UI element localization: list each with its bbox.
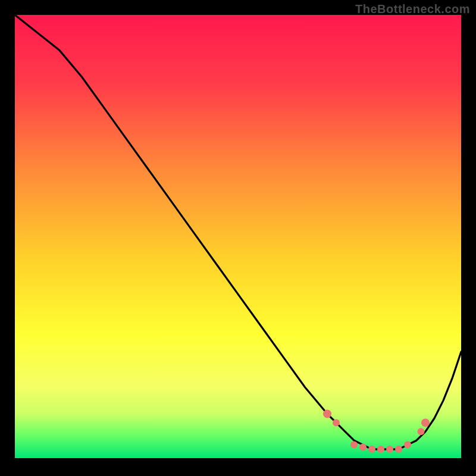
chart-svg — [0, 0, 476, 476]
marker-dot — [404, 441, 411, 449]
marker-dot — [323, 410, 331, 418]
marker-dot — [333, 419, 340, 426]
watermark-text: TheBottleneck.com — [355, 2, 470, 16]
marker-dot — [368, 446, 375, 453]
marker-dot — [359, 443, 367, 450]
plot-background — [15, 15, 461, 458]
marker-dot — [421, 418, 430, 427]
marker-dot — [386, 446, 393, 453]
marker-dot — [377, 446, 384, 453]
marker-dot — [350, 441, 358, 449]
chart-stage: TheBottleneck.com — [0, 0, 476, 476]
marker-dot — [418, 428, 425, 435]
marker-dot — [395, 446, 402, 453]
